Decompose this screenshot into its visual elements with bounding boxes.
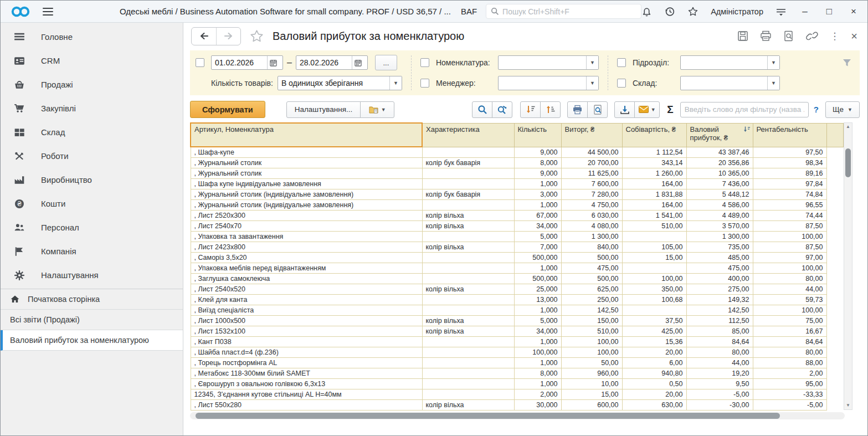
cell-characteristic[interactable]: колір бук баварія — [422, 158, 514, 168]
vertical-scroll-thumb[interactable] — [845, 148, 851, 177]
table-row[interactable]: , Лист 1532х100 колір вільха 34,000 510,… — [191, 326, 843, 337]
sidebar-item-warehouse[interactable]: Склад — [1, 120, 183, 144]
warehouse-input[interactable] — [681, 79, 767, 88]
cell-characteristic[interactable] — [422, 147, 514, 158]
cell-revenue[interactable]: 20 700,00 — [561, 158, 622, 168]
sidebar-item-purchases[interactable]: Закупівлі — [1, 96, 183, 120]
cell-revenue[interactable]: 50,00 — [561, 358, 622, 368]
cell-cost[interactable]: 0,50 — [622, 379, 686, 389]
col-header-profitability[interactable]: Рентабельність — [753, 123, 826, 147]
sidebar-item-crm[interactable]: CRM — [1, 49, 183, 73]
cell-gross-profit[interactable]: -5,00 — [686, 389, 753, 400]
cell-profitability[interactable]: 100,00 — [753, 263, 826, 274]
cell-profitability[interactable]: 88,00 — [753, 358, 826, 368]
cell-gross-profit[interactable]: 20 356,86 — [686, 158, 753, 168]
cell-cost[interactable]: 425,00 — [622, 326, 686, 337]
chevron-down-icon[interactable]: ▼ — [389, 76, 402, 90]
chevron-down-icon[interactable]: ▼ — [767, 56, 779, 69]
cell-nomenclature[interactable]: , Журнальний столик — [191, 168, 422, 179]
minimize-button[interactable]: – — [799, 6, 811, 17]
cell-nomenclature[interactable]: , Клей для канта — [191, 295, 422, 305]
table-row[interactable]: , Лист 1000х500 колір вільха 5,000 150,0… — [191, 316, 843, 326]
table-row[interactable]: , Лист 2520х300 колір вільха 67,000 6 03… — [191, 211, 843, 221]
cell-revenue[interactable]: 1 300,00 — [561, 232, 622, 242]
sidebar-item-production[interactable]: Виробництво — [1, 168, 183, 192]
cell-revenue[interactable]: 142,50 — [561, 305, 622, 316]
cell-profitability[interactable]: -33,33 — [753, 389, 826, 400]
cell-profitability[interactable]: 97,84 — [753, 179, 826, 189]
horizontal-scroll-thumb[interactable] — [196, 413, 780, 419]
cell-cost[interactable]: 630,00 — [622, 400, 686, 411]
cell-gross-profit[interactable]: 5 448,12 — [686, 189, 753, 200]
cell-characteristic[interactable] — [422, 305, 514, 316]
table-row[interactable]: , Лист 2423х800 колір вільха 7,000 840,0… — [191, 242, 843, 253]
cell-revenue[interactable]: 250,00 — [561, 295, 622, 305]
cell-quantity[interactable]: 30,000 — [514, 400, 561, 411]
cell-gross-profit[interactable]: -30,00 — [686, 400, 753, 411]
cell-nomenclature[interactable]: , Шафа купе індивідуальне замовлення — [191, 179, 422, 189]
cell-gross-profit[interactable]: 85,00 — [686, 326, 753, 337]
settings-button[interactable]: Налаштування... — [286, 101, 361, 118]
cell-cost[interactable]: 20,00 — [622, 347, 686, 358]
cell-quantity[interactable]: 1,000 — [514, 263, 561, 274]
cell-gross-profit[interactable]: 80,00 — [686, 347, 753, 358]
cell-quantity[interactable]: 8,000 — [514, 158, 561, 168]
cell-profitability[interactable]: 87,50 — [753, 242, 826, 253]
report-variants-button[interactable]: ▼ — [360, 101, 394, 118]
cell-nomenclature[interactable]: , Журнальний столик (індивідуальне замов… — [191, 200, 422, 211]
cell-revenue[interactable]: 500,00 — [561, 253, 622, 263]
cell-profitability[interactable]: -5,00 — [753, 400, 826, 411]
cell-revenue[interactable]: 510,00 — [561, 326, 622, 337]
table-row[interactable]: , Журнальний столик колір бук баварія 8,… — [191, 158, 843, 168]
sort-ascending-button[interactable] — [540, 101, 561, 118]
cell-nomenclature[interactable]: , Саморіз 3,5х20 — [191, 253, 422, 263]
table-row[interactable]: , Кант П038 1,000 100,00 15,36 84,64 84,… — [191, 337, 843, 347]
cell-quantity[interactable]: 1,000 — [514, 305, 561, 316]
global-search[interactable] — [486, 4, 641, 19]
col-header-characteristic[interactable]: Характеристика — [422, 123, 514, 147]
cell-cost[interactable]: 164,00 — [622, 179, 686, 189]
cell-nomenclature[interactable]: , Виїзд спеціаліста — [191, 305, 422, 316]
cell-revenue[interactable]: 4 750,00 — [561, 200, 622, 211]
cell-profitability[interactable]: 89,16 — [753, 168, 826, 179]
find-button[interactable] — [472, 101, 492, 118]
cell-profitability[interactable]: 74,84 — [753, 189, 826, 200]
table-row[interactable]: , Лист 550х280 колір вільха 30,000 600,0… — [191, 400, 843, 411]
table-row[interactable]: , Шафа-купе 9,000 44 500,00 1 112,54 43 … — [191, 147, 843, 158]
cell-profitability[interactable]: 97,50 — [753, 147, 826, 158]
cell-revenue[interactable]: 4 080,00 — [561, 221, 622, 232]
close-report-icon[interactable]: × — [851, 30, 857, 43]
cell-characteristic[interactable] — [422, 358, 514, 368]
cell-nomenclature[interactable]: , Лист 2540х70 — [191, 221, 422, 232]
cell-characteristic[interactable] — [422, 347, 514, 358]
cell-revenue[interactable]: 150,00 — [561, 316, 622, 326]
cell-nomenclature[interactable]: , Кант П038 — [191, 337, 422, 347]
cell-nomenclature[interactable]: , Торець постформінга AL — [191, 358, 422, 368]
cell-characteristic[interactable]: колір бук баварія — [422, 189, 514, 200]
favorites-star-icon[interactable] — [687, 6, 698, 17]
cell-characteristic[interactable] — [422, 232, 514, 242]
cell-revenue[interactable]: 100,00 — [561, 347, 622, 358]
cell-characteristic[interactable] — [422, 379, 514, 389]
cell-nomenclature[interactable]: 12345, З'єднання кутове стільниці AL Н=4… — [191, 389, 422, 400]
cell-cost[interactable]: 1 541,00 — [622, 211, 686, 221]
horizontal-scrollbar[interactable] — [190, 412, 845, 419]
cell-cost[interactable]: 1 831,88 — [622, 189, 686, 200]
cell-quantity[interactable]: 1,000 — [514, 379, 561, 389]
cell-characteristic[interactable] — [422, 368, 514, 379]
cell-revenue[interactable]: 100,00 — [561, 337, 622, 347]
col-header-quantity[interactable]: Кількість — [514, 123, 561, 147]
cell-profitability[interactable]: 100,00 — [753, 232, 826, 242]
cell-gross-profit[interactable]: 475,00 — [686, 263, 753, 274]
cell-nomenclature[interactable]: , Заглушка самоклеюча — [191, 274, 422, 284]
cell-nomenclature[interactable]: , Шафа-купе — [191, 147, 422, 158]
cell-cost[interactable]: 510,00 — [622, 221, 686, 232]
cell-quantity[interactable]: 3,000 — [514, 189, 561, 200]
cell-nomenclature[interactable]: , Лист 2520х300 — [191, 211, 422, 221]
cell-gross-profit[interactable]: 84,64 — [686, 337, 753, 347]
col-header-revenue[interactable]: Виторг, ₴ — [561, 123, 622, 147]
cell-cost[interactable]: 1 112,54 — [622, 147, 686, 158]
cell-gross-profit[interactable]: 44,00 — [686, 358, 753, 368]
cell-quantity[interactable]: 500,000 — [514, 253, 561, 263]
cell-quantity[interactable]: 1,000 — [514, 200, 561, 211]
